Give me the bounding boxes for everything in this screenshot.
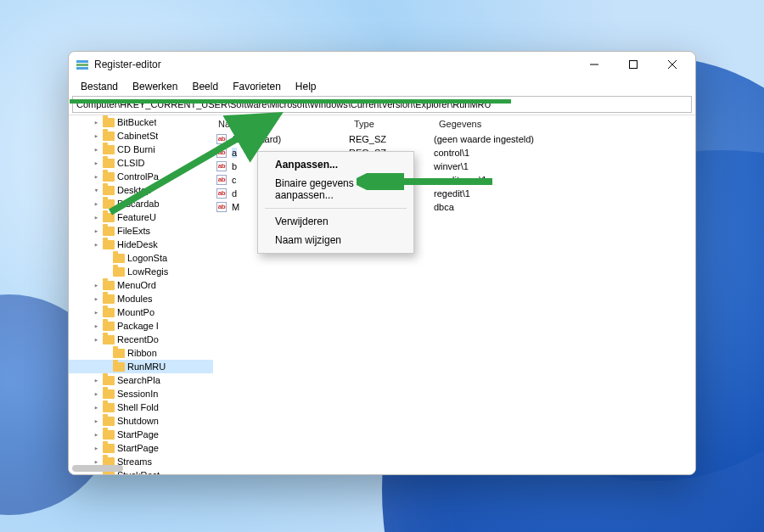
chevron-right-icon[interactable]: ▸: [93, 445, 100, 452]
menu-bewerken[interactable]: Bewerken: [126, 79, 184, 94]
chevron-right-icon[interactable]: ▸: [93, 472, 100, 475]
tree-item[interactable]: RunMRU: [69, 360, 213, 373]
tree-item[interactable]: ▸Modules: [69, 292, 213, 305]
tree-item[interactable]: ▸HideDesk: [69, 238, 213, 251]
string-value-icon: ab: [215, 133, 228, 145]
tree-item[interactable]: Ribbon: [69, 346, 213, 360]
chevron-right-icon[interactable]: ▸: [93, 404, 100, 412]
tree-item-label: Ribbon: [127, 348, 157, 358]
folder-icon: [103, 294, 115, 304]
folder-icon: [103, 417, 115, 426]
chevron-right-icon[interactable]: ▸: [93, 146, 100, 154]
chevron-right-icon[interactable]: ▸: [93, 377, 100, 384]
tree-item-label: MenuOrd: [117, 280, 156, 290]
chevron-right-icon[interactable]: ▸: [93, 241, 100, 249]
ctx-separator: [265, 208, 407, 209]
tree-item[interactable]: ▸StartPage: [69, 428, 213, 441]
value-name: d: [232, 188, 237, 199]
minimize-button[interactable]: [575, 52, 614, 77]
chevron-right-icon[interactable]: ▸: [93, 322, 100, 330]
chevron-right-icon[interactable]: ▸: [93, 417, 100, 425]
folder-icon: [113, 349, 125, 358]
menu-beeld[interactable]: Beeld: [185, 79, 225, 94]
chevron-right-icon[interactable]: ▸: [93, 309, 100, 316]
chevron-right-icon[interactable]: ▸: [93, 431, 100, 439]
ctx-verwijderen[interactable]: Verwijderen: [260, 212, 412, 231]
maximize-button[interactable]: [614, 52, 653, 77]
tree-scrollbar[interactable]: [72, 465, 123, 472]
tree-item[interactable]: ▸SearchPla: [69, 373, 213, 387]
string-value-icon: ab: [215, 201, 228, 213]
chevron-down-icon[interactable]: ▾: [93, 187, 100, 194]
folder-icon: [103, 213, 115, 222]
tree-item[interactable]: ▸CLSID: [69, 156, 213, 170]
folder-icon: [103, 118, 115, 127]
tree-item[interactable]: ▸BitBucket: [69, 115, 213, 129]
tree-item[interactable]: ▸Package I: [69, 319, 213, 333]
tree-pane[interactable]: ▸BannerSt▸BitBucket▸CabinetSt▸CD Burni▸C…: [69, 115, 213, 474]
folder-icon: [103, 186, 115, 195]
close-icon: [668, 60, 677, 69]
tree-item[interactable]: ▸SessionIn: [69, 387, 213, 400]
folder-icon: [113, 267, 125, 277]
chevron-right-icon[interactable]: ▸: [93, 173, 100, 181]
chevron-right-icon[interactable]: ▸: [93, 214, 100, 221]
chevron-right-icon[interactable]: ▸: [93, 390, 100, 398]
folder-icon: [103, 376, 115, 385]
tree-item[interactable]: ▸CabinetSt: [69, 129, 213, 143]
tree-item[interactable]: ▸ControlPa: [69, 170, 213, 183]
folder-icon: [103, 172, 115, 182]
col-type[interactable]: Type: [349, 119, 434, 129]
tree-item[interactable]: LowRegis: [69, 265, 213, 278]
value-data: gpedit.msc\1: [434, 175, 695, 185]
tree-item-label: CabinetSt: [117, 131, 158, 141]
close-button[interactable]: [653, 52, 692, 77]
window-title: Register-editor: [94, 59, 161, 70]
value-row[interactable]: ab(Standaard)REG_SZ(geen waarde ingestel…: [213, 132, 695, 146]
tree-item-label: CLSID: [117, 158, 144, 168]
chevron-right-icon[interactable]: ▸: [93, 132, 100, 140]
chevron-right-icon[interactable]: ▸: [93, 119, 100, 126]
tree-item[interactable]: ▸RecentDo: [69, 333, 213, 346]
col-name[interactable]: Naam: [213, 119, 349, 129]
address-bar[interactable]: Computer\HKEY_CURRENT_USER\Software\Micr…: [72, 96, 692, 113]
tree-item[interactable]: ▸MenuOrd: [69, 278, 213, 292]
titlebar[interactable]: Register-editor: [69, 52, 695, 77]
tree-item-label: StartPage: [117, 443, 159, 453]
folder-icon: [103, 227, 115, 236]
tree-item[interactable]: ▸Shutdown: [69, 414, 213, 428]
tree-item[interactable]: ▸Discardab: [69, 197, 213, 210]
chevron-right-icon[interactable]: ▸: [93, 336, 100, 344]
tree-item[interactable]: ▸FeatureU: [69, 210, 213, 224]
tree-item-label: StartPage: [117, 429, 159, 440]
folder-icon: [113, 362, 125, 372]
value-data: regedit\1: [434, 188, 695, 199]
address-text: Computer\HKEY_CURRENT_USER\Software\Micr…: [76, 99, 491, 109]
tree-item[interactable]: ▸MountPo: [69, 305, 213, 319]
menu-favorieten[interactable]: Favorieten: [226, 79, 288, 94]
menu-bestand[interactable]: Bestand: [74, 79, 125, 94]
value-data: winver\1: [434, 161, 695, 171]
value-name: (Standaard): [232, 134, 281, 144]
tree-item[interactable]: ▸Shell Fold: [69, 400, 213, 414]
chevron-right-icon[interactable]: ▸: [93, 295, 100, 303]
tree-item[interactable]: ▾Desktop: [69, 183, 213, 197]
ctx-binaire[interactable]: Binaire gegevens aanpassen...: [260, 174, 412, 204]
tree-item[interactable]: ▸StartPage: [69, 441, 213, 455]
chevron-right-icon[interactable]: ▸: [93, 282, 100, 289]
column-headers[interactable]: Naam Type Gegevens: [213, 115, 695, 132]
chevron-right-icon[interactable]: ▸: [93, 200, 100, 208]
string-value-icon: ab: [215, 147, 228, 159]
tree-item[interactable]: ▸FileExts: [69, 224, 213, 238]
tree-item-label: Modules: [117, 294, 153, 304]
tree-item[interactable]: LogonSta: [69, 251, 213, 265]
tree-item-label: RecentDo: [117, 334, 159, 344]
tree-item[interactable]: ▸CD Burni: [69, 143, 213, 156]
chevron-right-icon[interactable]: ▸: [93, 227, 100, 235]
ctx-naam-wijzigen[interactable]: Naam wijzigen: [260, 231, 412, 249]
chevron-right-icon[interactable]: ▸: [93, 160, 100, 167]
col-data[interactable]: Gegevens: [434, 119, 695, 129]
ctx-aanpassen[interactable]: Aanpassen...: [260, 155, 412, 174]
menubar: Bestand Bewerken Beeld Favorieten Help: [69, 77, 695, 96]
menu-help[interactable]: Help: [289, 79, 323, 94]
